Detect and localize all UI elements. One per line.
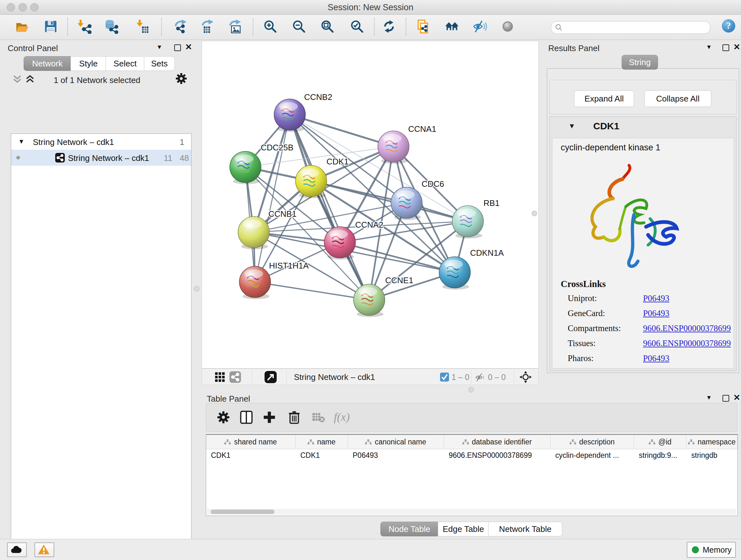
- tab-edge-table[interactable]: Edge Table: [438, 522, 489, 537]
- table-cell[interactable]: 9606.ENSP00000378699: [444, 449, 550, 462]
- birdseye-icon[interactable]: [265, 371, 277, 383]
- export-network-button[interactable]: [174, 19, 189, 34]
- network-edge[interactable]: [255, 282, 369, 300]
- search-input[interactable]: [551, 21, 711, 34]
- tab-style[interactable]: Style: [71, 56, 106, 71]
- gear-icon[interactable]: [175, 72, 188, 85]
- tab-network-table[interactable]: Network Table: [488, 522, 562, 537]
- horizontal-splitter-handle[interactable]: [468, 387, 474, 392]
- table-cell[interactable]: CDK1: [206, 449, 295, 462]
- network-badge-gray-icon[interactable]: [229, 371, 241, 383]
- network-node[interactable]: [439, 257, 470, 290]
- network-node[interactable]: [452, 206, 483, 239]
- column-header[interactable]: name: [295, 435, 348, 449]
- tab-sets[interactable]: Sets: [144, 56, 175, 71]
- crosslink-link[interactable]: 9606.ENSP00000378699: [643, 338, 731, 348]
- network-node[interactable]: [295, 165, 327, 198]
- tab-network[interactable]: Network: [23, 56, 71, 71]
- help-button[interactable]: ?: [721, 18, 736, 33]
- network-edge[interactable]: [290, 115, 394, 146]
- panel-close-icon[interactable]: ✕: [185, 42, 192, 52]
- network-row-selected[interactable]: ● String Network – cdk1 11 48: [11, 150, 191, 166]
- crosslink-link[interactable]: 9606.ENSP00000378699: [643, 323, 731, 333]
- panel-collapse-icon[interactable]: ▾: [158, 43, 161, 51]
- section-expander-icon[interactable]: ▼: [568, 122, 576, 130]
- delete-column-icon[interactable]: [287, 410, 301, 424]
- selected-checkbox-icon[interactable]: [440, 373, 449, 381]
- right-splitter-handle[interactable]: [532, 211, 537, 216]
- panel-collapse-icon[interactable]: ▾: [707, 393, 711, 401]
- tab-string[interactable]: String: [622, 55, 658, 70]
- panel-collapse-icon[interactable]: ▾: [707, 43, 711, 51]
- network-node[interactable]: [378, 131, 409, 164]
- column-header[interactable]: database identifier: [444, 435, 550, 449]
- column-header[interactable]: canonical name: [348, 435, 444, 449]
- network-node[interactable]: [239, 266, 271, 299]
- cloud-status-button[interactable]: [7, 543, 27, 557]
- export-image-button[interactable]: [228, 19, 243, 34]
- scrollbar-thumb[interactable]: [211, 509, 274, 514]
- tree-expander-icon[interactable]: ▼: [18, 138, 24, 145]
- open-session-button[interactable]: [15, 19, 29, 34]
- table-cell[interactable]: stringdb: [686, 449, 738, 462]
- network-collection-row[interactable]: ▼ String Network – cdk1 1: [11, 134, 191, 150]
- zoom-in-button[interactable]: [263, 19, 278, 34]
- network-edge[interactable]: [311, 181, 468, 221]
- panel-float-icon[interactable]: [723, 395, 729, 401]
- left-splitter-handle[interactable]: [194, 286, 199, 292]
- eye-sphere-icon: [500, 19, 515, 34]
- network-canvas[interactable]: CCNB2CCNA1CDC25BCDK1CDC6RB1CCNB1CCNA2CDK…: [202, 41, 539, 368]
- tab-select[interactable]: Select: [106, 56, 145, 71]
- crosshair-icon[interactable]: [519, 371, 532, 383]
- table-cell[interactable]: cyclin-dependent ...: [550, 449, 634, 462]
- zoom-selected-button[interactable]: [350, 19, 364, 34]
- table-row[interactable]: CDK1CDK1P064939606.ENSP00000378699cyclin…: [206, 449, 738, 462]
- network-node[interactable]: [324, 227, 355, 260]
- network-view-toolbar: String Network – cdk1 1 – 0 0 – 0: [202, 368, 539, 385]
- grid-view-icon[interactable]: [215, 372, 225, 382]
- collapse-all-button[interactable]: Collapse All: [644, 90, 711, 107]
- panel-float-icon[interactable]: [723, 44, 729, 51]
- import-table-button[interactable]: [134, 19, 149, 34]
- crosslink-link[interactable]: P06493: [643, 354, 670, 363]
- table-cell[interactable]: CDK1: [295, 449, 348, 462]
- birdseye-home-button[interactable]: [445, 19, 459, 34]
- column-header[interactable]: shared name: [206, 435, 295, 449]
- horizontal-scrollbar[interactable]: [207, 509, 736, 515]
- table-cell[interactable]: P06493: [348, 449, 444, 462]
- refresh-button[interactable]: [382, 19, 396, 34]
- expand-all-button[interactable]: Expand All: [574, 90, 634, 107]
- import-network-database-button[interactable]: [104, 19, 119, 34]
- show-hide-graphics-button[interactable]: [473, 19, 487, 34]
- save-session-button[interactable]: [44, 19, 58, 34]
- node-count: 11: [164, 153, 172, 163]
- table-cell[interactable]: stringdb:9...: [634, 449, 686, 462]
- search-text-field[interactable]: [565, 22, 707, 33]
- table-gear-icon[interactable]: [216, 410, 230, 424]
- memory-button[interactable]: Memory: [687, 542, 736, 558]
- show-columns-icon[interactable]: [239, 410, 253, 424]
- panel-float-icon[interactable]: [174, 44, 181, 51]
- network-node[interactable]: [238, 216, 269, 249]
- column-header[interactable]: namespace: [686, 435, 738, 449]
- crosslink-link[interactable]: P06493: [643, 294, 670, 303]
- zoom-out-button[interactable]: [292, 19, 307, 34]
- panel-close-icon[interactable]: ✕: [733, 393, 740, 402]
- import-network-file-button[interactable]: [77, 19, 92, 34]
- column-header[interactable]: description: [550, 435, 634, 449]
- crosslink-label: Tissues:: [568, 338, 596, 348]
- export-table-button[interactable]: [201, 19, 216, 34]
- panel-close-icon[interactable]: ✕: [733, 42, 740, 52]
- add-column-icon[interactable]: [262, 410, 276, 424]
- network-node[interactable]: [354, 284, 385, 317]
- column-header[interactable]: @id: [634, 435, 686, 449]
- eye-button[interactable]: [500, 19, 515, 34]
- hidden-eye-slash-icon: [475, 372, 485, 383]
- node-label: CCNA1: [408, 124, 436, 134]
- zoom-fit-button[interactable]: [320, 19, 335, 34]
- clone-network-button[interactable]: [415, 19, 430, 34]
- warning-status-button[interactable]: [35, 543, 54, 557]
- crosslink-link[interactable]: P06493: [643, 308, 670, 318]
- network-edge[interactable]: [290, 115, 369, 300]
- tab-node-table[interactable]: Node Table: [381, 522, 439, 537]
